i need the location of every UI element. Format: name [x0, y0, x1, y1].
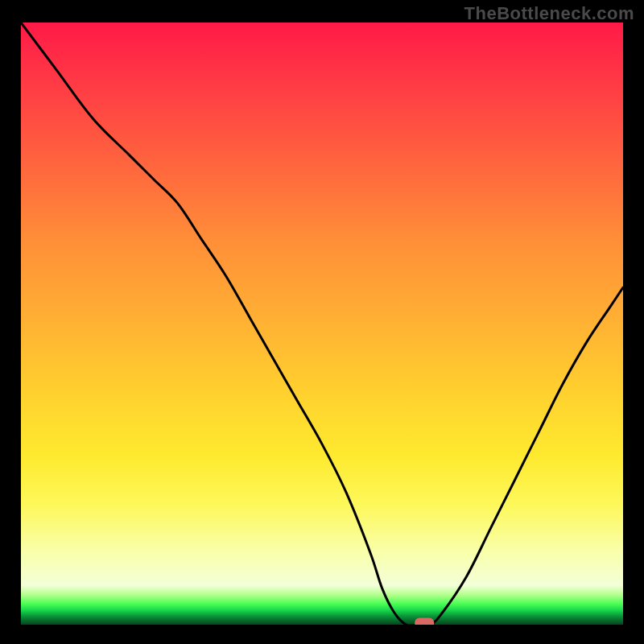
watermark-text: TheBottleneck.com: [464, 3, 634, 24]
optimal-marker: [415, 618, 434, 625]
chart-frame: TheBottleneck.com: [0, 0, 644, 644]
curve-layer: [21, 23, 623, 625]
bottleneck-curve: [21, 23, 623, 625]
plot-area: [21, 23, 623, 625]
